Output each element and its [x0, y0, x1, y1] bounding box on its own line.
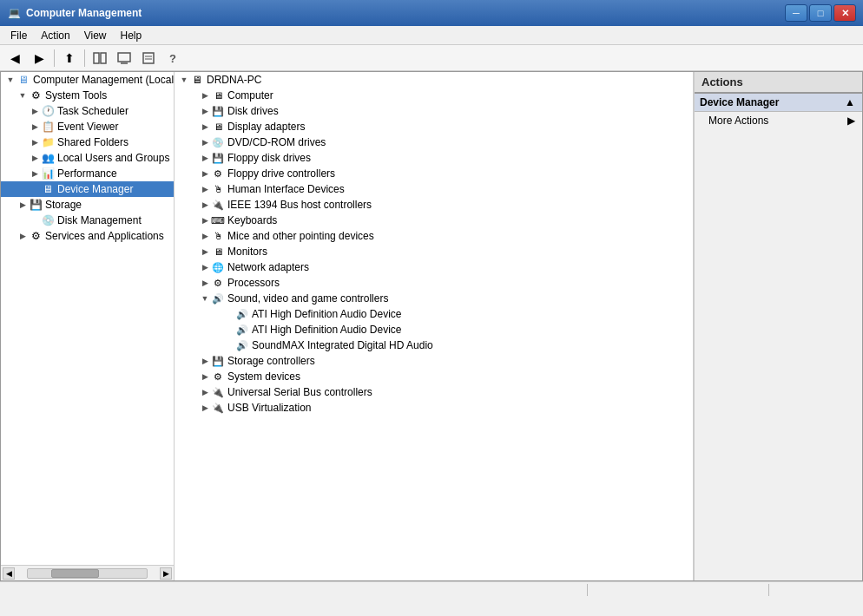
menu-file[interactable]: File — [3, 28, 34, 43]
middle-tree-item-15[interactable]: 🔊ATI High Definition Audio Device — [175, 322, 693, 337]
middle-expander-10[interactable]: ▶ — [199, 246, 211, 258]
left-tree-item-2[interactable]: ▶📋Event Viewer — [1, 119, 174, 134]
middle-tree-item-10[interactable]: ▶🖥Monitors — [175, 244, 693, 259]
left-expander-0[interactable]: ▼ — [16, 89, 29, 102]
menu-help[interactable]: Help — [114, 28, 149, 43]
close-button[interactable]: ✕ — [833, 4, 856, 22]
middle-panel[interactable]: ▼ 🖥 DRDNA-PC ▶🖥Computer▶💾Disk drives▶🖥Di… — [175, 72, 694, 580]
middle-tree-item-18[interactable]: ▶⚙System devices — [175, 369, 693, 384]
left-icon-6: 🖥 — [41, 182, 55, 196]
middle-root-expander[interactable]: ▼ — [178, 74, 190, 86]
left-tree: ▼⚙System Tools▶🕐Task Scheduler▶📋Event Vi… — [1, 88, 174, 244]
middle-tree-item-8[interactable]: ▶⌨Keyboards — [175, 213, 693, 228]
middle-tree-item-3[interactable]: ▶💿DVD/CD-ROM drives — [175, 134, 693, 150]
middle-expander-19[interactable]: ▶ — [199, 386, 211, 398]
more-actions-item[interactable]: More Actions ▶ — [695, 112, 862, 129]
middle-root-label: DRDNA-PC — [207, 74, 261, 86]
minimize-button[interactable]: ─ — [785, 4, 807, 22]
left-hscroll[interactable]: ◀ ▶ — [1, 565, 174, 580]
middle-expander-5[interactable]: ▶ — [199, 167, 211, 180]
properties-button[interactable] — [137, 48, 160, 69]
middle-tree-item-16[interactable]: 🔊SoundMAX Integrated Digital HD Audio — [175, 337, 693, 353]
left-icon-0: ⚙ — [29, 88, 43, 102]
up-button[interactable]: ⬆ — [58, 48, 81, 69]
back-button[interactable]: ◀ — [3, 48, 26, 69]
middle-expander-18[interactable]: ▶ — [199, 370, 211, 383]
middle-tree-item-19[interactable]: ▶🔌Universal Serial Bus controllers — [175, 384, 693, 400]
help-button[interactable]: ? — [161, 48, 184, 69]
middle-expander-7[interactable]: ▶ — [199, 199, 211, 211]
left-tree-item-5[interactable]: ▶📊Performance — [1, 166, 174, 181]
svg-rect-1 — [101, 53, 106, 63]
maximize-button[interactable]: □ — [809, 4, 832, 22]
middle-expander-12[interactable]: ▶ — [199, 277, 211, 289]
middle-tree-item-9[interactable]: ▶🖱Mice and other pointing devices — [175, 228, 693, 244]
middle-expander-15 — [223, 324, 235, 336]
middle-expander-3[interactable]: ▶ — [199, 136, 211, 148]
left-tree-item-8[interactable]: 💿Disk Management — [1, 213, 174, 228]
left-tree-item-9[interactable]: ▶⚙Services and Applications — [1, 228, 174, 244]
left-hscroll-right[interactable]: ▶ — [160, 567, 172, 580]
left-expander-5[interactable]: ▶ — [29, 167, 41, 180]
middle-tree-item-20[interactable]: ▶🔌USB Virtualization — [175, 400, 693, 416]
middle-tree-item-12[interactable]: ▶⚙Processors — [175, 275, 693, 291]
middle-expander-8[interactable]: ▶ — [199, 214, 211, 226]
middle-icon-16: 🔊 — [235, 338, 249, 352]
middle-icon-9: 🖱 — [211, 229, 225, 243]
left-expander-1[interactable]: ▶ — [29, 105, 41, 117]
left-root-item[interactable]: ▼ 🖥 Computer Management (Local — [1, 72, 174, 88]
middle-expander-2[interactable]: ▶ — [199, 121, 211, 133]
forward-button[interactable]: ▶ — [28, 48, 50, 69]
left-expander-4[interactable]: ▶ — [29, 152, 41, 164]
middle-expander-17[interactable]: ▶ — [199, 355, 211, 367]
menu-action[interactable]: Action — [34, 28, 76, 43]
left-icon-7: 💾 — [29, 198, 43, 212]
left-label-6: Device Manager — [57, 183, 133, 195]
middle-expander-11[interactable]: ▶ — [199, 261, 211, 273]
middle-expander-6[interactable]: ▶ — [199, 183, 211, 195]
middle-tree-item-6[interactable]: ▶🖱Human Interface Devices — [175, 181, 693, 197]
left-tree-item-3[interactable]: ▶📁Shared Folders — [1, 134, 174, 150]
left-tree-item-4[interactable]: ▶👥Local Users and Groups — [1, 150, 174, 166]
middle-tree-item-14[interactable]: 🔊ATI High Definition Audio Device — [175, 306, 693, 322]
left-tree-item-0[interactable]: ▼⚙System Tools — [1, 88, 174, 103]
left-panel[interactable]: ▼ 🖥 Computer Management (Local ▼⚙System … — [1, 72, 174, 565]
middle-tree-item-5[interactable]: ▶⚙Floppy drive controllers — [175, 166, 693, 181]
middle-tree-item-13[interactable]: ▼🔊Sound, video and game controllers — [175, 291, 693, 306]
middle-expander-9[interactable]: ▶ — [199, 230, 211, 242]
middle-expander-20[interactable]: ▶ — [199, 402, 211, 414]
middle-expander-1[interactable]: ▶ — [199, 105, 211, 117]
actions-header: Actions — [695, 72, 862, 94]
middle-expander-4[interactable]: ▶ — [199, 152, 211, 164]
left-expander-7[interactable]: ▶ — [16, 199, 29, 211]
action-section-device-manager[interactable]: Device Manager ▲ — [695, 94, 862, 112]
middle-expander-0[interactable]: ▶ — [199, 89, 211, 102]
left-label-5: Performance — [57, 167, 117, 180]
middle-tree-item-2[interactable]: ▶🖥Display adapters — [175, 119, 693, 134]
left-tree-item-6[interactable]: 🖥Device Manager — [1, 181, 174, 197]
left-hscroll-left[interactable]: ◀ — [3, 567, 15, 580]
middle-icon-3: 💿 — [211, 135, 225, 149]
middle-expander-13[interactable]: ▼ — [199, 292, 211, 305]
left-label-9: Services and Applications — [45, 230, 164, 242]
middle-tree-item-11[interactable]: ▶🌐Network adapters — [175, 259, 693, 275]
console-root-button[interactable] — [113, 48, 135, 69]
left-expander-3[interactable]: ▶ — [29, 136, 41, 148]
middle-tree-item-4[interactable]: ▶💾Floppy disk drives — [175, 150, 693, 166]
middle-tree-item-17[interactable]: ▶💾Storage controllers — [175, 353, 693, 369]
left-hscroll-thumb[interactable] — [51, 569, 99, 578]
left-expander-2[interactable]: ▶ — [29, 121, 41, 133]
left-expander-9[interactable]: ▶ — [16, 230, 29, 242]
middle-icon-5: ⚙ — [211, 167, 225, 180]
left-tree-item-7[interactable]: ▶💾Storage — [1, 197, 174, 213]
middle-tree-item-7[interactable]: ▶🔌IEEE 1394 Bus host controllers — [175, 197, 693, 213]
middle-icon-1: 💾 — [211, 104, 225, 118]
menu-view[interactable]: View — [77, 28, 114, 43]
middle-tree-item-0[interactable]: ▶🖥Computer — [175, 88, 693, 103]
left-hscroll-track[interactable] — [27, 568, 148, 579]
show-hide-button[interactable] — [89, 48, 111, 69]
left-root-expander[interactable]: ▼ — [4, 74, 16, 86]
middle-tree-item-1[interactable]: ▶💾Disk drives — [175, 103, 693, 119]
middle-root-item[interactable]: ▼ 🖥 DRDNA-PC — [175, 72, 693, 88]
left-tree-item-1[interactable]: ▶🕐Task Scheduler — [1, 103, 174, 119]
